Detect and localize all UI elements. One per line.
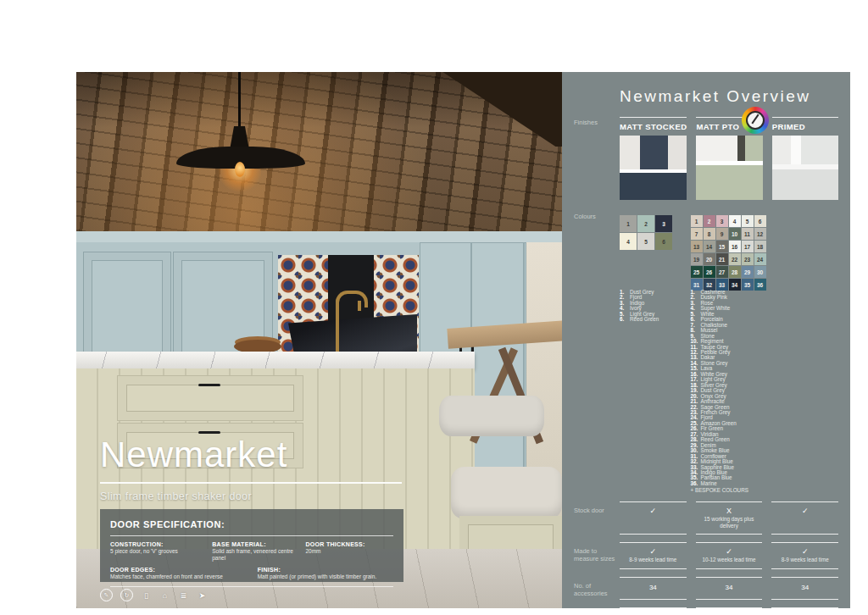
swatch-number: 25 <box>693 269 699 275</box>
swatch-number: 26 <box>706 269 712 275</box>
matt-pto-thumbnail <box>696 136 762 200</box>
swatch-number: 2 <box>708 219 711 224</box>
colour-swatch: 19 <box>691 253 703 265</box>
swatch-number: 10 <box>732 231 737 237</box>
table-value: 34 <box>620 582 687 594</box>
colour-swatch: 9 <box>716 228 728 240</box>
colour-swatch: 26 <box>704 266 715 278</box>
colour-swatch: 11 <box>742 228 754 240</box>
pencil-circle-icon: ✎ <box>100 589 113 601</box>
cabinet-cornice <box>76 231 562 243</box>
finish-matt-pto: MATT PTO <box>696 117 762 200</box>
pto-colour-list: 1.Cashmere2.Dusky Pink3.Rose4.Super Whit… <box>691 290 768 493</box>
colour-swatch: 30 <box>754 266 766 278</box>
swatch-number: 32 <box>706 282 712 288</box>
bench-cushion <box>451 467 562 519</box>
table-row: No. of accessories343434 <box>574 577 838 600</box>
swatch-number: 23 <box>744 257 750 263</box>
colour-swatch: 6 <box>754 215 766 227</box>
table-cell: ✓10-12 weeks lead time <box>696 542 763 569</box>
check-icon: ✓ <box>771 547 838 556</box>
swatch-number: 1 <box>626 221 630 227</box>
swatch-number: 34 <box>732 282 737 288</box>
swatch-number: 11 <box>744 231 750 237</box>
spec-field-door-thickness: DOOR THICKNESS: 20mm <box>305 541 393 561</box>
table-value: 34 <box>771 582 838 594</box>
table-cells: ✓X15 working days plus delivery✓ <box>620 501 838 535</box>
table-row-label: Curved doors <box>574 607 620 608</box>
table-row-label: Stock door <box>574 501 620 535</box>
colour-swatch: 14 <box>704 241 715 252</box>
bench-cushion <box>439 396 544 436</box>
table-cell: ✓ <box>771 607 838 608</box>
swatch-number: 9 <box>721 231 724 237</box>
colour-swatch: 20 <box>704 253 715 265</box>
swatch-number: 5 <box>746 219 749 224</box>
stocked-colours-column: 123456 1.Dust Grey2.Fjord3.Indigo4.Ivory… <box>620 211 682 493</box>
swatch-number: 27 <box>719 269 725 275</box>
colour-number: 6. <box>620 317 630 322</box>
swatch-number: 36 <box>757 282 763 288</box>
table-cell: ✓8-9 weeks lead time <box>620 542 687 569</box>
colour-swatch: 25 <box>691 266 703 278</box>
finishes-section: Finishes MATT STOCKED MATT PTO PRIMED <box>574 117 838 200</box>
finish-name: MATT STOCKED <box>620 122 687 131</box>
title-underline <box>100 482 402 484</box>
swatch-number: 2 <box>644 221 648 227</box>
finishes-label: Finishes <box>574 117 620 200</box>
table-subtext: 15 working days plus delivery <box>696 516 763 529</box>
swatch-number: 16 <box>732 244 737 250</box>
spec-label: CONSTRUCTION: <box>110 541 212 547</box>
colour-swatch: 21 <box>716 253 728 265</box>
check-icon: ✓ <box>620 507 687 515</box>
colour-swatch: 18 <box>754 241 766 252</box>
table-value: 34 <box>696 582 763 594</box>
pto-swatch-grid: 1234567891011121314151617181920212223242… <box>691 215 768 291</box>
spec-divider <box>110 535 393 536</box>
colour-swatch: 4 <box>620 233 637 250</box>
door-specification-box: DOOR SPECIFICATION: CONSTRUCTION: 5 piec… <box>100 509 403 582</box>
brass-tap-spout <box>358 301 361 311</box>
brass-tap-body <box>336 299 339 355</box>
colour-swatch: 27 <box>716 266 728 278</box>
colour-list-item: 6.Reed Green <box>620 317 682 322</box>
swatch-number: 28 <box>732 269 737 275</box>
colour-swatch: 2 <box>704 215 715 227</box>
bespoke-colours-note: + BESPOKE COLOURS <box>691 487 768 493</box>
colour-swatch: 3 <box>655 215 672 232</box>
recycle-circle-icon: ↻ <box>120 589 133 601</box>
table-cell: X15 working days plus delivery <box>696 501 763 535</box>
colour-swatch: 2 <box>637 215 654 232</box>
check-icon: ✓ <box>696 547 763 556</box>
table-row: Stock door✓X15 working days plus deliver… <box>574 501 838 535</box>
colour-swatch: 1 <box>620 215 637 232</box>
swatch-number: 31 <box>693 282 699 288</box>
paintbrush-icon: ➤ <box>197 590 208 601</box>
colour-swatch: 10 <box>729 228 741 240</box>
table-cell: 34 <box>771 577 838 600</box>
availability-table: Stock door✓X15 working days plus deliver… <box>574 501 838 608</box>
spec-value: Matches face, chamfered on front and rev… <box>110 573 258 580</box>
spec-value: Matt painted (or primed) with visible ti… <box>258 573 393 580</box>
island-drawer <box>117 375 303 421</box>
table-row: Made to measure sizes✓8-9 weeks lead tim… <box>574 542 838 569</box>
swatch-number: 24 <box>757 257 763 263</box>
colour-swatch: 6 <box>655 233 672 250</box>
finish-primed: PRIMED <box>772 117 838 200</box>
swatch-number: 7 <box>695 231 698 237</box>
matt-stocked-thumbnail <box>620 136 687 200</box>
kitchen-photo: Newmarket Slim frame timber shaker door … <box>76 72 562 608</box>
table-subtext: 10-12 weeks lead time <box>696 557 763 563</box>
colour-swatch: 1 <box>691 215 703 227</box>
colour-swatch: 36 <box>754 279 766 291</box>
table-cells: 343434 <box>620 577 838 600</box>
brass-tap <box>336 291 368 308</box>
spec-label: DOOR EDGES: <box>110 567 258 573</box>
range-subtitle: Slim frame timber shaker door <box>100 490 252 502</box>
spec-label: FINISH: <box>258 567 393 573</box>
swatch-number: 29 <box>744 269 750 275</box>
table-row-label: Made to measure sizes <box>574 542 620 569</box>
check-icon: ✓ <box>620 547 687 556</box>
colour-swatch: 8 <box>704 228 715 240</box>
colour-swatch: 23 <box>742 253 754 265</box>
